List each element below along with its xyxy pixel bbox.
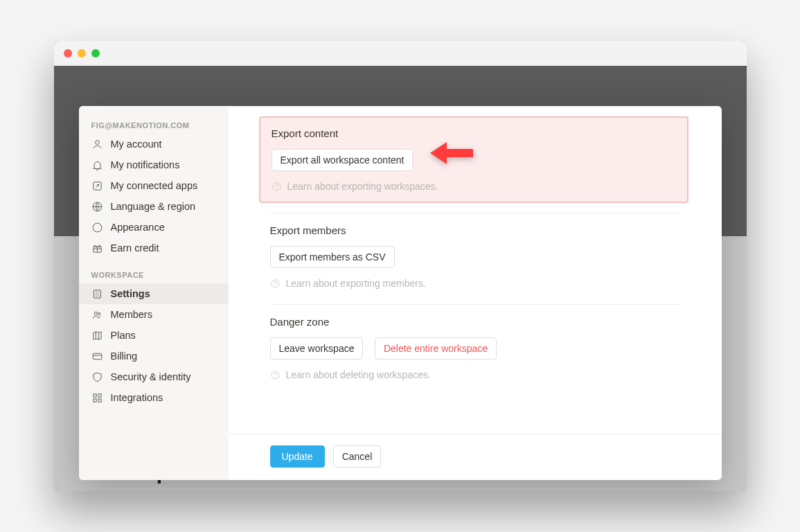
help-text: Learn about deleting workspaces. xyxy=(286,369,431,380)
sidebar-item-label: Plans xyxy=(111,330,136,341)
sidebar-item-my-account[interactable]: My account xyxy=(79,134,229,154)
window-minimize-button[interactable] xyxy=(78,49,86,57)
help-link-delete-workspaces[interactable]: Learn about deleting workspaces. xyxy=(270,369,680,380)
sidebar-item-members[interactable]: Members xyxy=(79,304,229,325)
section-danger-zone: Danger zone Leave workspace Delete entir… xyxy=(270,305,680,396)
browser-window: Open Positions FIG@MAKENOTION.COM My acc… xyxy=(54,41,747,491)
svg-rect-10 xyxy=(98,393,101,396)
settings-panel: Export content Export all workspace cont… xyxy=(229,106,722,480)
help-icon xyxy=(272,181,282,192)
section-export-members: Export members Export members as CSV Lea… xyxy=(270,213,680,305)
help-text: Learn about exporting members. xyxy=(286,278,426,289)
sidebar-item-earn-credit[interactable]: Earn credit xyxy=(79,238,229,258)
panel-footer: Update Cancel xyxy=(229,434,722,480)
sidebar-item-label: Appearance xyxy=(111,222,165,233)
section-title: Danger zone xyxy=(270,316,680,328)
settings-modal: FIG@MAKENOTION.COM My account My notific… xyxy=(79,106,722,480)
section-title: Export members xyxy=(270,224,680,236)
sidebar-item-billing[interactable]: Billing xyxy=(79,346,229,366)
help-icon xyxy=(270,370,281,380)
sidebar-item-label: Billing xyxy=(111,351,138,362)
sidebar-item-label: My connected apps xyxy=(111,180,198,191)
window-zoom-button[interactable] xyxy=(91,49,100,57)
sidebar-item-appearance[interactable]: Appearance xyxy=(79,217,229,238)
help-link-export-workspaces[interactable]: Learn about exporting workspaces. xyxy=(272,181,679,192)
settings-panel-body: Export content Export all workspace cont… xyxy=(229,106,722,434)
titlebar xyxy=(54,41,747,66)
svg-rect-5 xyxy=(94,290,101,297)
sidebar-header-workspace: WORKSPACE xyxy=(79,267,229,283)
sidebar-item-plans[interactable]: Plans xyxy=(79,325,229,346)
shield-icon xyxy=(91,371,104,383)
svg-rect-11 xyxy=(94,398,96,401)
sidebar-item-label: Security & identity xyxy=(111,371,191,382)
user-avatar-icon xyxy=(91,138,104,150)
gift-icon xyxy=(91,242,104,254)
section-export-content: Export content Export all workspace cont… xyxy=(259,116,688,203)
export-members-csv-button[interactable]: Export members as CSV xyxy=(270,246,395,268)
leave-workspace-button[interactable]: Leave workspace xyxy=(270,337,364,360)
cancel-button[interactable]: Cancel xyxy=(333,445,382,468)
sidebar-item-settings[interactable]: Settings xyxy=(79,283,229,304)
svg-point-0 xyxy=(96,140,100,144)
sidebar-item-label: Settings xyxy=(111,288,150,299)
sidebar-item-my-notifications[interactable]: My notifications xyxy=(79,154,229,175)
svg-point-7 xyxy=(98,312,101,315)
window-close-button[interactable] xyxy=(64,49,72,57)
sidebar-item-label: Members xyxy=(111,309,152,320)
page-background: Open Positions FIG@MAKENOTION.COM My acc… xyxy=(54,66,747,491)
delete-workspace-button[interactable]: Delete entire workspace xyxy=(375,337,497,360)
map-icon xyxy=(91,329,104,342)
sidebar-item-language-region[interactable]: Language & region xyxy=(79,196,229,217)
bell-icon xyxy=(91,159,104,171)
sidebar-item-connected-apps[interactable]: My connected apps xyxy=(79,175,229,196)
svg-rect-8 xyxy=(93,353,102,360)
sidebar-item-label: Language & region xyxy=(111,201,196,212)
grid-icon xyxy=(91,391,104,404)
help-icon xyxy=(270,278,281,289)
moon-icon xyxy=(91,221,104,233)
svg-point-14 xyxy=(276,188,277,189)
update-button[interactable]: Update xyxy=(270,445,325,468)
svg-point-3 xyxy=(93,223,102,232)
help-text: Learn about exporting workspaces. xyxy=(287,181,438,192)
svg-rect-9 xyxy=(94,393,96,396)
sidebar-header-account: FIG@MAKENOTION.COM xyxy=(79,117,229,134)
sidebar-item-label: My account xyxy=(111,139,162,150)
svg-point-16 xyxy=(275,285,276,286)
globe-icon xyxy=(91,200,104,213)
help-link-export-members[interactable]: Learn about exporting members. xyxy=(270,278,680,289)
svg-rect-12 xyxy=(98,398,101,401)
external-link-icon xyxy=(91,179,104,192)
settings-sidebar: FIG@MAKENOTION.COM My account My notific… xyxy=(79,106,229,480)
credit-card-icon xyxy=(91,350,104,362)
svg-point-6 xyxy=(94,312,97,314)
svg-point-18 xyxy=(275,377,276,378)
sidebar-item-label: Integrations xyxy=(111,392,163,403)
sidebar-item-label: Earn credit xyxy=(111,242,159,254)
sidebar-item-label: My notifications xyxy=(111,159,180,170)
sidebar-item-integrations[interactable]: Integrations xyxy=(79,387,229,408)
export-all-workspace-content-button[interactable]: Export all workspace content xyxy=(272,149,414,171)
people-icon xyxy=(91,308,104,321)
building-icon xyxy=(91,287,104,300)
sidebar-item-security-identity[interactable]: Security & identity xyxy=(79,366,229,387)
section-title: Export content xyxy=(272,127,679,139)
